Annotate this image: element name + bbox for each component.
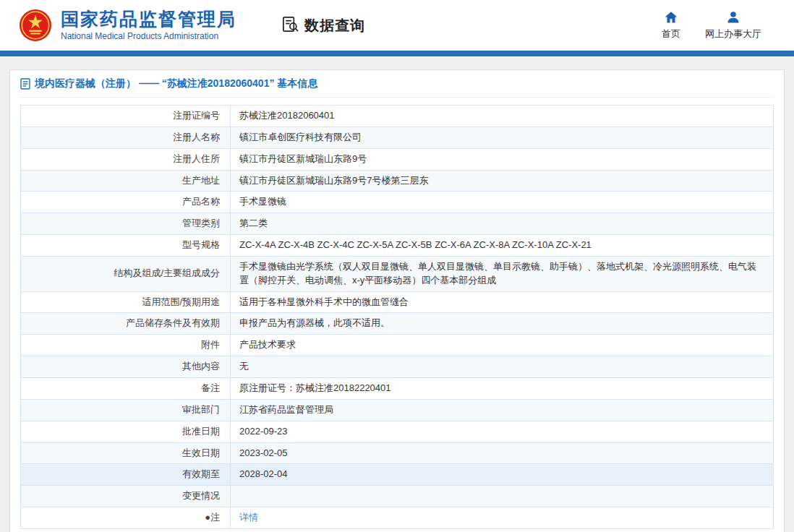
row-value: 手术显微镜	[231, 192, 774, 213]
table-row: 其他内容无	[21, 356, 774, 378]
row-value: 适用于各种显微外科手术中的微血管缝合	[231, 291, 774, 313]
row-label: 型号规格	[21, 235, 231, 257]
row-value: 无	[231, 356, 774, 378]
row-value: 申报产品为有源器械，此项不适用。	[231, 313, 774, 335]
header-divider-bar	[0, 51, 794, 56]
nav-home-label: 首页	[662, 27, 680, 40]
row-label: 备注	[21, 377, 231, 399]
row-label: 生产地址	[21, 170, 231, 192]
page-content: 境内医疗器械（注册） —— “苏械注准20182060401” 基本信息 注册证…	[0, 56, 794, 532]
agency-logo[interactable]: 国家药品监督管理局 National Medical Products Admi…	[19, 9, 236, 42]
row-value: 江苏省药品监督管理局	[231, 399, 774, 421]
row-label: 其他内容	[21, 356, 231, 378]
row-label: 结构及组成/主要组成成分	[21, 256, 231, 291]
row-label: 变更情况	[21, 486, 231, 507]
national-emblem-icon	[19, 9, 52, 42]
data-query-label: 数据查询	[304, 16, 365, 35]
table-row: 产品名称手术显微镜	[21, 192, 774, 213]
table-row: 有效期至2028-02-04	[21, 464, 774, 486]
row-value: 苏械注准20182060401	[231, 106, 774, 127]
table-row: 型号规格ZC-X-4A ZC-X-4B ZC-X-4C ZC-X-5A ZC-X…	[21, 235, 774, 257]
row-label: 有效期至	[21, 464, 231, 486]
breadcrumb: 境内医疗器械（注册） —— “苏械注准20182060401” 基本信息	[20, 70, 774, 98]
row-label: 注册证编号	[21, 106, 231, 127]
data-query-icon	[281, 15, 299, 36]
info-panel: 境内医疗器械（注册） —— “苏械注准20182060401” 基本信息 注册证…	[9, 69, 785, 532]
table-row: 变更情况	[21, 486, 774, 507]
table-row: 适用范围/预期用途适用于各种显微外科手术中的微血管缝合	[21, 291, 774, 313]
nav-home[interactable]: 首页	[662, 10, 680, 40]
table-row: 注册人名称镇江市卓创医疗科技有限公司	[21, 126, 774, 148]
table-row: 批准日期2022-09-23	[21, 421, 774, 442]
table-row: 备注原注册证号：苏械注准20182220401	[21, 377, 774, 399]
row-label: 注册人住所	[21, 148, 231, 170]
page-title: 境内医疗器械（注册） —— “苏械注准20182060401” 基本信息	[35, 77, 317, 90]
table-row: 附件产品技术要求	[21, 335, 774, 356]
table-row: 生产地址镇江市丹徒区新城瑞山东路9号7号楼第三层东	[21, 170, 774, 192]
nav-service-hall[interactable]: 网上办事大厅	[705, 10, 761, 40]
row-label: ●注	[21, 507, 231, 529]
document-icon	[20, 78, 30, 90]
row-value: 镇江市丹徒区新城瑞山东路9号	[231, 148, 774, 170]
row-label: 适用范围/预期用途	[21, 291, 231, 313]
row-label: 产品名称	[21, 192, 231, 213]
row-label: 产品储存条件及有效期	[21, 313, 231, 335]
table-row: 审批部门江苏省药品监督管理局	[21, 399, 774, 421]
row-value	[231, 486, 774, 507]
row-label: 注册人名称	[21, 126, 231, 148]
data-query-nav[interactable]: 数据查询	[281, 15, 365, 36]
row-value: 镇江市丹徒区新城瑞山东路9号7号楼第三层东	[231, 170, 774, 192]
row-value: 产品技术要求	[231, 335, 774, 356]
row-value: 原注册证号：苏械注准20182220401	[231, 377, 774, 399]
row-value: 镇江市卓创医疗科技有限公司	[231, 126, 774, 148]
table-row: ●注详情	[21, 507, 774, 529]
nav-service-hall-label: 网上办事大厅	[705, 27, 761, 40]
row-value: 第二类	[231, 213, 774, 235]
row-label: 审批部门	[21, 399, 231, 421]
site-header: 国家药品监督管理局 National Medical Products Admi…	[0, 0, 794, 51]
user-icon	[726, 10, 740, 25]
header-nav: 首页 网上办事大厅	[662, 10, 761, 40]
agency-title: 国家药品监督管理局	[61, 9, 236, 30]
row-label: 批准日期	[21, 421, 231, 442]
table-row: 生效日期2023-02-05	[21, 442, 774, 464]
table-row: 管理类别第二类	[21, 213, 774, 235]
agency-subtitle: National Medical Products Administration	[61, 31, 236, 41]
table-row: 结构及组成/主要组成成分手术显微镜由光学系统（双人双目显微镜、单人双目显微镜、单…	[21, 256, 774, 291]
info-table: 注册证编号苏械注准20182060401注册人名称镇江市卓创医疗科技有限公司注册…	[20, 105, 774, 529]
row-value: 2028-02-04	[231, 464, 774, 486]
home-icon	[664, 10, 678, 25]
row-value: 2022-09-23	[231, 421, 774, 442]
table-row: 产品储存条件及有效期申报产品为有源器械，此项不适用。	[21, 313, 774, 335]
row-value: 手术显微镜由光学系统（双人双目显微镜、单人双目显微镜、单目示教镜、助手镜）、落地…	[231, 256, 774, 291]
row-value: 详情	[231, 507, 774, 529]
row-value: ZC-X-4A ZC-X-4B ZC-X-4C ZC-X-5A ZC-X-5B …	[231, 235, 774, 257]
table-row: 注册证编号苏械注准20182060401	[21, 106, 774, 127]
row-value: 2023-02-05	[231, 442, 774, 464]
row-label: 管理类别	[21, 213, 231, 235]
table-row: 注册人住所镇江市丹徒区新城瑞山东路9号	[21, 148, 774, 170]
row-label: 附件	[21, 335, 231, 356]
row-label: 生效日期	[21, 442, 231, 464]
detail-link[interactable]: 详情	[239, 512, 258, 523]
